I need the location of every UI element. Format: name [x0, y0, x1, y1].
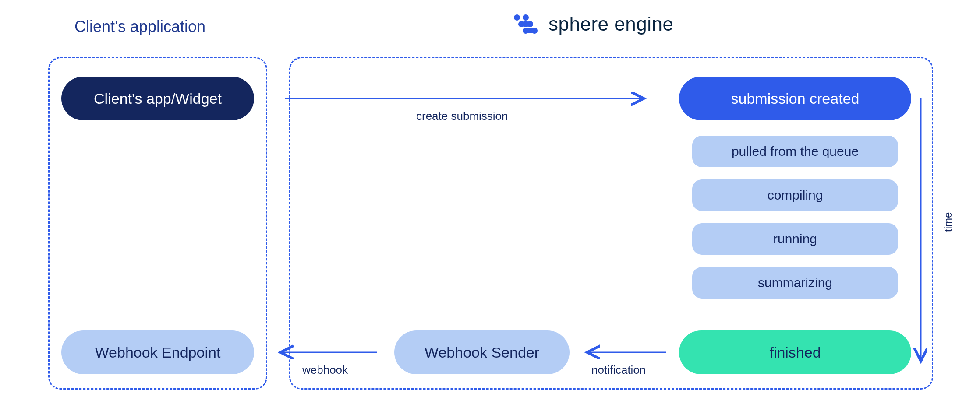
arrow-notification	[583, 347, 670, 360]
webhook-sender-node: Webhook Sender	[394, 330, 570, 374]
stage-node: summarizing	[692, 267, 898, 299]
arrow-label-notification: notification	[591, 363, 646, 377]
sphere-engine-logo-icon	[513, 13, 541, 35]
arrow-create-submission	[285, 93, 648, 106]
client-application-title: Client's application	[74, 18, 205, 36]
brand-text: sphere engine	[548, 13, 673, 35]
svg-rect-7	[526, 28, 534, 33]
arrow-label-time: time	[942, 212, 954, 232]
svg-point-1	[523, 14, 529, 21]
svg-rect-6	[521, 21, 530, 27]
stage-node: compiling	[692, 179, 898, 211]
brand: sphere engine	[513, 13, 673, 35]
client-app-widget-node: Client's app/Widget	[61, 77, 254, 120]
arrow-webhook	[276, 347, 381, 360]
finished-node: finished	[679, 330, 911, 374]
webhook-endpoint-node: Webhook Endpoint	[61, 330, 254, 374]
submission-created-node: submission created	[679, 77, 911, 120]
arrow-time	[916, 98, 929, 365]
stage-node: pulled from the queue	[692, 136, 898, 167]
stage-node: running	[692, 223, 898, 255]
arrow-label-webhook: webhook	[302, 363, 348, 377]
arrow-label-create-submission: create submission	[416, 109, 508, 123]
svg-point-0	[514, 14, 520, 21]
